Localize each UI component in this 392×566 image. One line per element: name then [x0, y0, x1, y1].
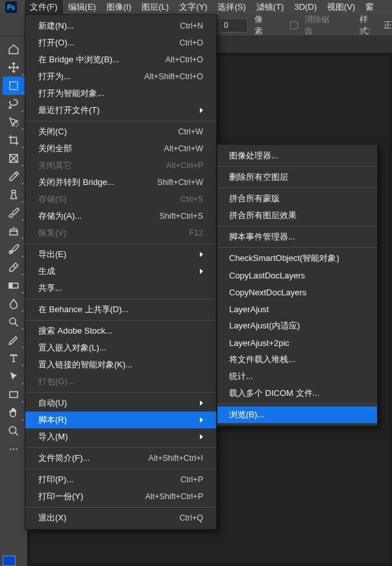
scripts-menu-item[interactable]: LayerAjust: [217, 301, 377, 317]
hand-tool[interactable]: [3, 404, 25, 422]
path-select-tool[interactable]: [3, 367, 25, 386]
scripts-menu-item[interactable]: 载入多个 DICOM 文件...: [217, 385, 377, 402]
menubar-item[interactable]: 编辑(E): [63, 0, 101, 14]
menu-item-label: CheckSmartObject(智能对象): [229, 252, 339, 264]
menubar-item[interactable]: 图像(I): [101, 0, 136, 14]
menubar-item[interactable]: 图层(L): [136, 0, 174, 14]
menu-item-label: LayerAjust: [229, 304, 269, 314]
menu-item-shortcut: Ctrl+S: [180, 195, 203, 204]
dodge-tool[interactable]: [3, 313, 25, 331]
file-menu-item[interactable]: 共享...: [25, 280, 216, 297]
home-icon[interactable]: [3, 40, 25, 58]
antialias-checkbox[interactable]: [290, 21, 297, 29]
menu-item-shortcut: Alt+Ctrl+O: [165, 55, 203, 64]
spot-heal-tool[interactable]: [3, 186, 25, 204]
file-menu-item[interactable]: 导出(E): [25, 246, 216, 263]
file-menu-item[interactable]: 脚本(R): [25, 412, 216, 428]
file-menu-item[interactable]: 生成: [25, 263, 216, 280]
eraser-tool[interactable]: [3, 258, 25, 277]
antialias-label: 消除锯齿: [304, 14, 336, 37]
menu-item-label: 图像处理器...: [229, 150, 278, 162]
file-menu-item[interactable]: 在 Behance 上共享(D)...: [25, 301, 216, 318]
file-menu-item[interactable]: 置入链接的智能对象(K)...: [25, 356, 216, 373]
file-menu-item[interactable]: 文件简介(F)...Alt+Shift+Ctrl+I: [25, 450, 216, 467]
file-menu-item[interactable]: 打开为...Alt+Shift+Ctrl+O: [25, 68, 216, 85]
file-menu-item[interactable]: 关闭全部Alt+Ctrl+W: [25, 140, 216, 157]
file-menu-item[interactable]: 打开(O)...Ctrl+O: [25, 34, 216, 51]
scripts-menu-item[interactable]: 拼合所有图层效果: [217, 207, 377, 224]
lasso-tool[interactable]: [3, 95, 25, 113]
menubar-item[interactable]: 3D(D): [289, 0, 322, 14]
eyedropper-tool[interactable]: [3, 167, 25, 186]
gradient-tool[interactable]: [3, 277, 25, 295]
scripts-menu-item[interactable]: CopyLastDocLayers: [217, 267, 377, 284]
menu-item-label: CopyNextDocLayers: [229, 288, 306, 297]
file-menu-item[interactable]: 打印(P)...Ctrl+P: [25, 471, 216, 488]
scripts-menu-item[interactable]: LayerAjust(内适应): [217, 317, 377, 334]
zoom-tool[interactable]: [3, 422, 25, 440]
marquee-tool[interactable]: [3, 77, 25, 95]
menu-item-shortcut: Shift+Ctrl+W: [157, 178, 203, 187]
menubar-item[interactable]: 文字(Y): [174, 0, 212, 14]
quick-select-tool[interactable]: [3, 113, 25, 131]
move-tool[interactable]: [3, 58, 25, 77]
type-tool[interactable]: [3, 349, 25, 367]
file-menu-item[interactable]: 最近打开文件(T): [25, 102, 216, 119]
menubar-item[interactable]: 文件(F): [25, 0, 63, 14]
scripts-menu-item[interactable]: CopyNextDocLayers: [217, 284, 377, 301]
scripts-menu-item[interactable]: LayerAjust+2pic: [217, 334, 377, 351]
scripts-menu-item[interactable]: CheckSmartObject(智能对象): [217, 250, 377, 267]
menu-item-label: 关闭全部: [38, 143, 72, 154]
menu-item-label: 关闭其它: [38, 160, 72, 171]
scripts-menu-item[interactable]: 将文件载入堆栈...: [217, 351, 377, 368]
pen-tool[interactable]: [3, 331, 25, 349]
blur-tool[interactable]: [3, 295, 25, 313]
menu-item-shortcut: Ctrl+W: [178, 127, 203, 136]
menu-item-label: CopyLastDocLayers: [229, 271, 305, 280]
clone-stamp-tool[interactable]: [3, 222, 25, 240]
rectangle-tool[interactable]: [3, 386, 25, 404]
style-label: 样式:: [360, 14, 378, 37]
menubar-item[interactable]: 视图(V): [322, 0, 360, 14]
file-menu-item[interactable]: 自动(U): [25, 395, 216, 412]
scripts-menu-item[interactable]: 统计...: [217, 368, 377, 385]
file-menu-item[interactable]: 在 Bridge 中浏览(B)...Alt+Ctrl+O: [25, 51, 216, 68]
menu-item-label: 在 Behance 上共享(D)...: [38, 304, 129, 315]
menu-item-label: 自动(U): [38, 397, 67, 409]
file-menu-item[interactable]: 新建(N)...Ctrl+N: [25, 18, 216, 34]
file-menu-item[interactable]: 置入嵌入对象(L)...: [25, 339, 216, 356]
crop-tool[interactable]: [3, 131, 25, 149]
menubar-item[interactable]: 滤镜(T): [251, 0, 289, 14]
file-menu-item[interactable]: 退出(X)Ctrl+Q: [25, 510, 216, 526]
feather-input[interactable]: [221, 18, 248, 32]
scripts-menu-item[interactable]: 拼合所有蒙版: [217, 190, 377, 207]
menubar-item[interactable]: 选择(S): [212, 0, 251, 14]
menu-item-label: 拼合所有图层效果: [229, 210, 297, 221]
file-menu-item[interactable]: 关闭并转到 Bridge...Shift+Ctrl+W: [25, 174, 216, 191]
svg-rect-3: [12, 190, 16, 193]
scripts-menu-item[interactable]: 脚本事件管理器...: [217, 228, 377, 245]
file-menu-item[interactable]: 搜索 Adobe Stock...: [25, 323, 216, 339]
file-menu-item[interactable]: 打印一份(Y)Alt+Shift+Ctrl+P: [25, 488, 216, 505]
menu-item-shortcut: Alt+Shift+Ctrl+P: [145, 492, 203, 501]
file-menu-item[interactable]: 关闭(C)Ctrl+W: [25, 123, 216, 140]
menu-item-label: 导出(E): [38, 249, 66, 260]
file-menu-item[interactable]: 存储为(A)...Shift+Ctrl+S: [25, 208, 216, 225]
menubar-item[interactable]: 窗: [360, 0, 379, 14]
more-tool[interactable]: [3, 440, 25, 458]
menu-item-label: 统计...: [229, 371, 253, 382]
file-menu-dropdown: 新建(N)...Ctrl+N打开(O)...Ctrl+O在 Bridge 中浏览…: [25, 14, 217, 530]
submenu-arrow-icon: [200, 108, 203, 113]
menu-item-label: 打开为智能对象...: [38, 88, 104, 99]
scripts-menu-item[interactable]: 删除所有空图层: [217, 169, 377, 186]
brush-tool[interactable]: [3, 204, 25, 222]
scripts-menu-item[interactable]: 浏览(B)...: [217, 406, 377, 423]
history-brush-tool[interactable]: [3, 240, 25, 258]
file-menu-item[interactable]: 导入(M): [25, 428, 216, 445]
menu-item-shortcut: Alt+Ctrl+W: [164, 144, 203, 153]
style-value[interactable]: 正: [384, 19, 392, 31]
scripts-menu-item[interactable]: 图像处理器...: [217, 147, 377, 164]
file-menu-item[interactable]: 打开为智能对象...: [25, 85, 216, 102]
foreground-swatch[interactable]: [3, 556, 16, 566]
frame-tool[interactable]: [3, 149, 25, 167]
